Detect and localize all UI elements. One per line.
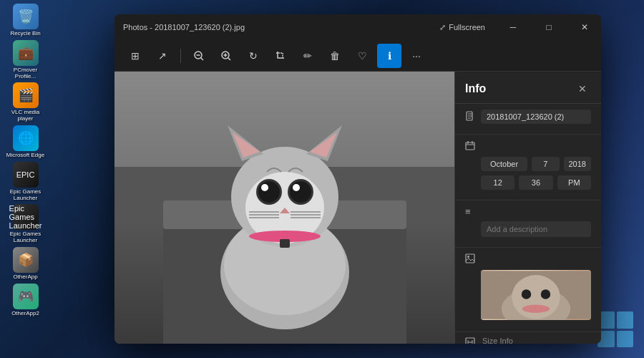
minimize-button[interactable]: ─	[497, 14, 530, 40]
favorite-button[interactable]: ♡	[350, 44, 374, 68]
svg-point-19	[258, 181, 280, 203]
svg-point-43	[541, 289, 550, 299]
fullscreen-label: Fullscreen	[449, 23, 485, 32]
epic2-icon: Epic Games Launcher	[13, 204, 39, 230]
minimize-icon: ─	[510, 22, 517, 32]
desktop-icon-epic1[interactable]: EPIC Epic Games Launcher	[6, 162, 45, 202]
desktop: 🗑️ Recycle Bin 💼 PCmover Profile... 🎬 VL…	[0, 0, 644, 358]
fullscreen-button[interactable]: ⤢ Fullscreen	[431, 14, 494, 40]
epic-label: Epic Games Launcher	[6, 189, 45, 202]
desktop-icon-pcmover[interactable]: 💼 PCmover Profile...	[6, 40, 45, 80]
edge-icon: 🌐	[13, 125, 39, 151]
windows-logo	[597, 311, 633, 347]
info-panel-title: Info	[465, 82, 486, 95]
more-button[interactable]: ···	[404, 44, 429, 68]
toolbar-separator-1	[180, 49, 181, 63]
content-area: Info ✕ 20181007_123620 (2)	[114, 72, 601, 344]
cat-illustration	[163, 72, 406, 344]
cat-photo	[114, 72, 454, 344]
info-close-button[interactable]: ✕	[574, 80, 591, 97]
recycle-icon: 🗑️	[13, 4, 39, 29]
size-label: Size Info	[482, 337, 591, 344]
svg-line-1	[201, 57, 204, 60]
filename-field[interactable]: 20181007_123620 (2)	[481, 110, 591, 124]
maximize-button[interactable]: □	[532, 14, 565, 40]
time-minute-field[interactable]: 36	[519, 175, 552, 190]
pcmover-label: PCmover Profile...	[6, 67, 45, 80]
info-panel: Info ✕ 20181007_123620 (2)	[454, 72, 601, 344]
crop-button[interactable]	[268, 44, 293, 68]
description-icon: ≡	[465, 206, 477, 217]
size-row: Size Info 4032 × 1960 301.9 KB 72 dpi 24…	[465, 337, 591, 344]
info-thumbnail-section	[455, 248, 601, 332]
info-panel-header: Info ✕	[455, 72, 601, 104]
desktop-icon-vlc[interactable]: 🎬 VLC media player	[6, 82, 45, 122]
svg-rect-33	[466, 142, 474, 150]
desktop-icon-edge[interactable]: 🌐 Microsoft Edge	[6, 125, 45, 159]
time-hour-field[interactable]: 12	[481, 175, 514, 190]
app2-icon: 🎮	[13, 284, 39, 309]
svg-rect-31	[280, 239, 290, 248]
desktop-icons: 🗑️ Recycle Bin 💼 PCmover Profile... 🎬 VL…	[6, 4, 45, 317]
title-bar: Photos - 20181007_123620 (2).jpg ⤢ Fulls…	[114, 14, 601, 40]
size-info-section: Size Info 4032 × 1960 301.9 KB 72 dpi 24…	[455, 332, 601, 344]
filename-icon	[465, 111, 477, 123]
svg-line-4	[228, 57, 231, 60]
thumbnail-icon-row	[465, 253, 591, 266]
svg-rect-37	[466, 254, 474, 263]
pcmover-icon: 💼	[13, 40, 39, 66]
svg-point-42	[522, 289, 531, 299]
rotate-button[interactable]: ↻	[241, 44, 265, 68]
photo-viewer[interactable]	[114, 72, 454, 344]
maximize-icon: □	[546, 22, 551, 32]
info-filename-section: 20181007_123620 (2)	[455, 104, 601, 135]
info-close-icon: ✕	[578, 83, 587, 95]
time-fields-row: 12 36 PM	[481, 175, 591, 190]
svg-point-38	[467, 256, 469, 258]
gallery-button[interactable]: ⊞	[123, 44, 147, 68]
edge-label: Microsoft Edge	[6, 153, 44, 159]
epic-icon: EPIC	[13, 162, 39, 188]
date-row	[465, 140, 591, 153]
date-fields-row: October 7 2018	[481, 157, 591, 171]
svg-point-44	[522, 304, 550, 313]
toolbar: ⊞ ↗ ↻ ✏ 🗑 ♡ ℹ ···	[114, 40, 601, 72]
info-button[interactable]: ℹ	[377, 44, 401, 68]
vlc-label: VLC media player	[6, 110, 45, 122]
svg-point-20	[290, 181, 311, 203]
calendar-icon	[465, 140, 477, 153]
desktop-icon-recycle[interactable]: 🗑️ Recycle Bin	[6, 4, 45, 37]
time-ampm-field[interactable]: PM	[557, 175, 591, 190]
thumbnail-icon	[465, 253, 477, 266]
size-content: Size Info 4032 × 1960 301.9 KB 72 dpi 24…	[482, 337, 591, 344]
app2-label: OtherApp2	[11, 311, 39, 317]
zoom-in-button[interactable]	[214, 44, 238, 68]
info-description-section: ≡ Add a description	[455, 200, 601, 248]
thumbnail-svg	[481, 270, 591, 320]
app1-icon: 📦	[13, 247, 39, 273]
info-date-section: October 7 2018 12 36 PM	[455, 135, 601, 200]
date-day-field[interactable]: 7	[532, 157, 560, 171]
desktop-icon-app1[interactable]: 📦 OtherApp	[6, 247, 45, 281]
date-year-field[interactable]: 2018	[564, 157, 592, 171]
epic2-label: Epic Games Launcher	[6, 231, 45, 244]
edit-button[interactable]: ✏	[296, 44, 320, 68]
desktop-icon-epic2[interactable]: Epic Games Launcher Epic Games Launcher	[6, 204, 45, 244]
close-icon: ✕	[581, 22, 588, 32]
filename-row: 20181007_123620 (2)	[465, 110, 591, 124]
app1-label: OtherApp	[13, 274, 37, 281]
description-field[interactable]: Add a description	[481, 221, 591, 237]
svg-point-21	[261, 184, 268, 191]
desktop-icon-app2[interactable]: 🎮 OtherApp2	[6, 284, 45, 317]
svg-rect-45	[466, 338, 474, 344]
photo-thumbnail	[481, 270, 591, 320]
date-month-field[interactable]: October	[481, 157, 527, 171]
share-button[interactable]: ↗	[150, 44, 175, 68]
description-row: ≡	[465, 206, 591, 217]
close-button[interactable]: ✕	[568, 14, 601, 40]
delete-button[interactable]: 🗑	[323, 44, 347, 68]
size-icon	[465, 337, 477, 344]
zoom-out-button[interactable]	[187, 44, 211, 68]
recycle-label: Recycle Bin	[10, 31, 40, 37]
fullscreen-icon: ⤢	[439, 23, 446, 32]
